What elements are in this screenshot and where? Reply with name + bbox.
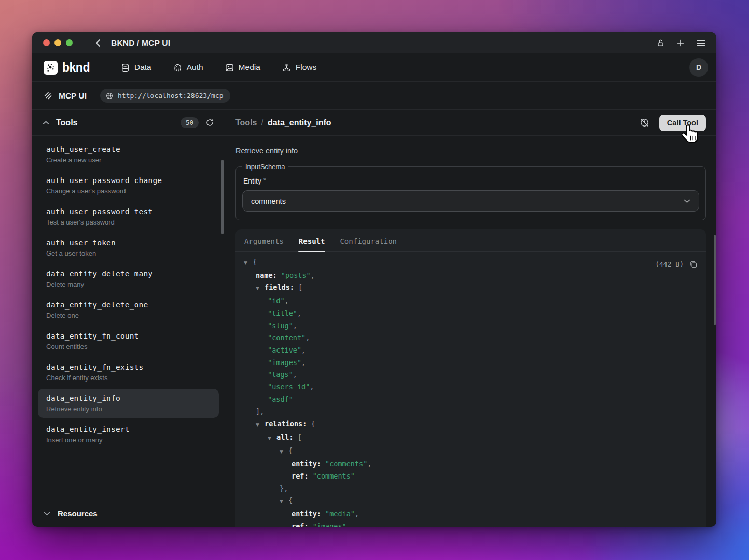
- json-token-str: "images": [313, 522, 346, 527]
- collapse-triangle-icon[interactable]: ▼: [256, 283, 265, 295]
- traffic-lights: [43, 39, 73, 46]
- collapse-triangle-icon[interactable]: ▼: [256, 419, 265, 431]
- json-token-str: "tags": [268, 370, 293, 379]
- maximize-button[interactable]: [66, 39, 73, 46]
- fingerprint-icon: [173, 63, 182, 72]
- tab-configuration[interactable]: Configuration: [339, 237, 397, 251]
- entity-select-value: comments: [251, 197, 286, 205]
- list-item[interactable]: auth_user_password_testTest a user's pas…: [38, 202, 219, 231]
- tools-section-header[interactable]: Tools 50: [32, 110, 225, 136]
- json-token-punc: [321, 459, 325, 468]
- json-line: "asdf": [244, 394, 698, 406]
- minimize-button[interactable]: [54, 39, 61, 46]
- user-avatar[interactable]: D: [689, 58, 708, 77]
- collapse-triangle-icon[interactable]: ▼: [268, 432, 276, 445]
- lock-icon[interactable]: [657, 39, 664, 47]
- required-marker: *: [263, 177, 266, 184]
- json-token-key: entity:: [292, 459, 321, 468]
- chevron-down-icon[interactable]: [44, 512, 50, 516]
- list-item[interactable]: auth_user_createCreate a new user: [38, 140, 219, 169]
- json-line: "images",: [244, 357, 698, 369]
- nav-item-label: Data: [134, 63, 151, 72]
- json-token-punc: ,: [285, 297, 289, 305]
- chevron-up-icon[interactable]: [43, 121, 49, 125]
- json-line: ref: "images": [244, 521, 698, 527]
- json-line: "users_id",: [244, 381, 698, 394]
- list-item[interactable]: data_entity_delete_manyDelete many: [38, 264, 219, 293]
- json-result-viewer: ▼{name: "posts",▼fields: ["id","title","…: [235, 252, 706, 527]
- tools-sidebar: Tools 50 auth_user_createCreate a new us…: [32, 110, 225, 527]
- json-token-punc: {: [307, 419, 315, 428]
- input-schema-legend: InputSchema: [242, 163, 288, 171]
- new-tab-icon[interactable]: [676, 39, 685, 47]
- app-navbar: bknd Data: [32, 53, 716, 82]
- tools-count-badge: 50: [181, 117, 199, 128]
- json-token-key: entity:: [292, 510, 321, 518]
- nav-item-label: Auth: [187, 63, 203, 72]
- copy-icon[interactable]: [689, 260, 698, 269]
- sidebar-scrollbar[interactable]: [221, 160, 224, 234]
- resources-section-header[interactable]: Resources: [32, 500, 225, 527]
- input-schema-fieldset: InputSchema Entity* comments: [235, 163, 706, 220]
- nav-item-auth[interactable]: Auth: [166, 59, 211, 76]
- list-item[interactable]: data_entity_infoRetrieve entity info: [38, 389, 219, 418]
- tool-name: data_entity_delete_many: [46, 270, 211, 278]
- json-line: "title",: [244, 307, 698, 320]
- list-item[interactable]: data_entity_fn_countCount entities: [38, 327, 219, 356]
- nav-item-data[interactable]: Data: [114, 59, 159, 76]
- json-token-str: "comments": [325, 459, 367, 468]
- json-token-key: ref:: [292, 522, 309, 527]
- content-area: Tools 50 auth_user_createCreate a new us…: [32, 110, 716, 527]
- breadcrumb-parent[interactable]: Tools: [235, 118, 257, 128]
- tool-description: Delete one: [46, 312, 211, 319]
- tools-section-title: Tools: [56, 118, 77, 128]
- collapse-triangle-icon[interactable]: ▼: [280, 446, 288, 458]
- history-off-icon[interactable]: [640, 118, 649, 128]
- entity-select[interactable]: comments: [242, 190, 699, 212]
- mcp-url: http://localhost:28623/mcp: [118, 92, 224, 100]
- menu-icon[interactable]: [697, 39, 705, 47]
- nav-item-media[interactable]: Media: [218, 59, 268, 76]
- list-item[interactable]: data_entity_fn_existsCheck if entity exi…: [38, 358, 219, 387]
- collapse-triangle-icon[interactable]: ▼: [244, 257, 253, 270]
- json-token-punc: ,: [355, 510, 359, 518]
- json-token-punc: ,: [367, 459, 371, 468]
- main-scrollbar[interactable]: [714, 235, 716, 325]
- call-tool-button[interactable]: Call Tool: [659, 115, 706, 131]
- tab-result[interactable]: Result: [298, 237, 326, 251]
- tab-arguments[interactable]: Arguments: [244, 237, 284, 251]
- mcp-url-pill[interactable]: http://localhost:28623/mcp: [100, 89, 231, 103]
- json-lines: ▼{name: "posts",▼fields: ["id","title","…: [244, 256, 698, 527]
- json-token-str: "title": [268, 309, 297, 317]
- nav-item-flows[interactable]: Flows: [275, 59, 324, 76]
- tools-list: auth_user_createCreate a new userauth_us…: [32, 136, 225, 500]
- brand-logo[interactable]: bknd: [40, 61, 93, 75]
- refresh-icon[interactable]: [205, 118, 214, 127]
- json-line: ref: "comments": [244, 470, 698, 483]
- json-line: ▼{: [244, 495, 698, 508]
- json-token-str: "users_id": [268, 383, 310, 391]
- tool-name: data_entity_insert: [46, 425, 211, 433]
- json-token-key: ref:: [292, 472, 309, 480]
- json-token-punc: },: [280, 484, 288, 493]
- entity-field-label: Entity*: [242, 177, 699, 185]
- json-token-str: "active": [268, 346, 301, 354]
- json-line: "content",: [244, 332, 698, 344]
- list-item[interactable]: auth_user_password_changeChange a user's…: [38, 171, 219, 200]
- collapse-triangle-icon[interactable]: ▼: [280, 496, 288, 508]
- json-token-str: "id": [268, 297, 285, 305]
- list-item[interactable]: data_entity_insertInsert one or many: [38, 420, 219, 449]
- tool-name: data_entity_delete_one: [46, 301, 211, 309]
- json-token-punc: {: [288, 496, 293, 505]
- close-button[interactable]: [43, 39, 50, 46]
- list-item[interactable]: auth_user_tokenGet a user token: [38, 233, 219, 262]
- tool-name: auth_user_token: [46, 239, 211, 247]
- result-card: Arguments Result Configuration ▼{name: "…: [235, 229, 706, 527]
- back-icon[interactable]: [94, 39, 103, 47]
- tool-detail-panel: Tools / data_entity_info Call Tool: [225, 110, 716, 527]
- json-line: entity: "comments",: [244, 458, 698, 470]
- tool-description: Retrieve entity info: [235, 147, 706, 155]
- workflow-icon: [282, 63, 291, 72]
- list-item[interactable]: data_entity_delete_oneDelete one: [38, 296, 219, 325]
- json-line: entity: "media",: [244, 508, 698, 521]
